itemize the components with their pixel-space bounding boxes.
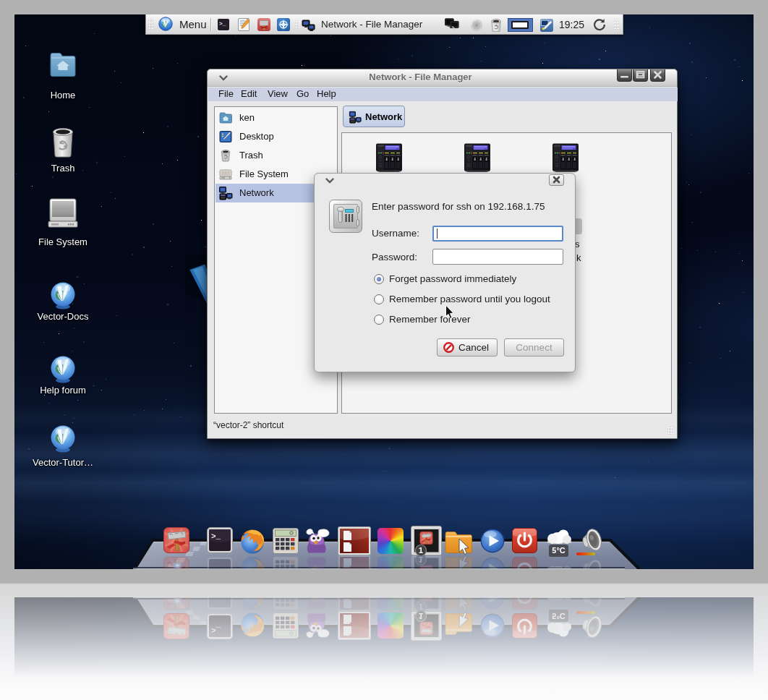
svg-text:>_: >_ bbox=[219, 20, 226, 27]
